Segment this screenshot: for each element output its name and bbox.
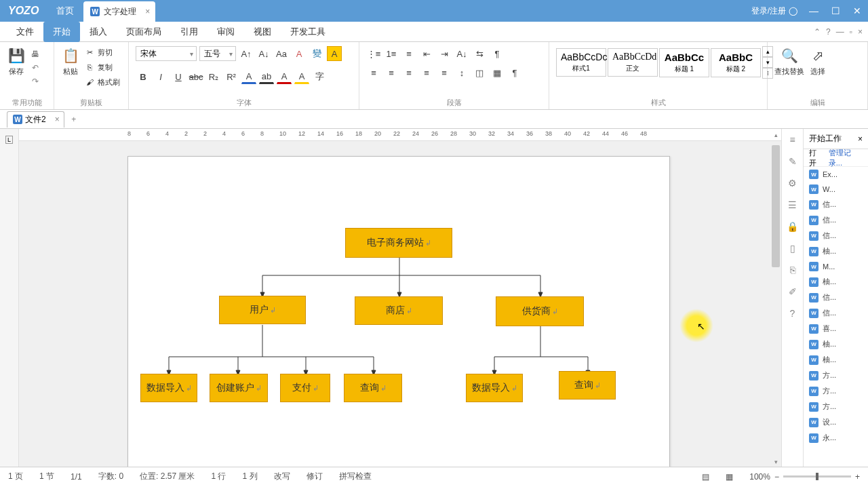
side-note-icon[interactable]: ✐ [789,286,797,297]
zoom-control[interactable]: 100% − + [749,472,860,482]
page-canvas[interactable]: 电子商务网站↲ 用户↲ 商店↲ 供货商↲ 数据导入↲ 创建账户↲ 支付↲ 查询↲… [127,156,670,467]
side-settings-icon[interactable]: ⚙ [788,178,797,189]
recent-file-item[interactable]: W信... [804,228,868,244]
font-name-select[interactable]: 宋体 [136,46,197,61]
change-case-icon[interactable]: Aa [274,46,289,61]
zoom-in-icon[interactable]: + [855,472,860,482]
font-fill-icon[interactable]: A [277,69,292,84]
recent-file-item[interactable]: W柚... [804,244,868,259]
close-icon[interactable]: × [145,7,150,16]
tab-icon[interactable]: ⇆ [472,46,487,61]
recent-file-item[interactable]: WEx... [804,167,868,182]
recent-file-item[interactable]: W信... [804,290,868,305]
highlight-icon[interactable]: A [327,46,342,61]
redo-icon[interactable]: ↷ [30,76,41,87]
italic-button[interactable]: I [153,69,168,84]
show-marks-icon[interactable]: ¶ [490,46,505,61]
tab-selector[interactable]: L [5,136,13,144]
borders-icon[interactable]: ▦ [490,65,505,80]
doc-tab[interactable]: W 文件2 × [7,111,64,128]
view-web-icon[interactable]: ▦ [726,472,733,482]
menu-file[interactable]: 文件 [7,22,43,42]
view-print-icon[interactable]: ▤ [702,472,709,482]
editor-area[interactable]: 8642246810121416182022242628303234363840… [19,129,781,467]
zoom-value[interactable]: 100% [749,472,770,482]
style-normal[interactable]: AaBbCcDd正文 [608,48,658,77]
horizontal-ruler[interactable]: 8642246810121416182022242628303234363840… [19,129,781,141]
chart-node[interactable]: 查询↲ [559,371,616,400]
side-edit-icon[interactable]: ✎ [789,156,797,167]
copy-button[interactable]: ⎘复制 [84,61,120,73]
menu-insert[interactable]: 插入 [80,22,117,42]
clear-format-icon[interactable]: A [292,46,307,61]
chart-node[interactable]: 数据导入↲ [466,374,523,402]
chart-node[interactable]: 查询↲ [344,374,402,402]
style-heading1[interactable]: AaBbCc标题 1 [659,48,709,77]
cut-button[interactable]: ✂剪切 [84,46,120,58]
zoom-slider[interactable] [783,475,851,478]
chart-node[interactable]: 商店↲ [355,296,443,325]
indent-inc-icon[interactable]: ⇥ [437,46,452,61]
recent-file-item[interactable]: WW... [804,182,868,197]
status-spellcheck[interactable]: 拼写检查 [339,471,372,482]
chart-node[interactable]: 数据导入↲ [140,374,197,402]
select-button[interactable]: ⬀ 选择 [808,46,827,77]
close-icon[interactable]: × [55,115,60,124]
vertical-scrollbar[interactable]: ▴ ▾ [770,142,781,467]
indent-dec-icon[interactable]: ⇤ [419,46,434,61]
recent-file-item[interactable]: W喜... [804,321,868,336]
recent-file-item[interactable]: W设... [804,414,868,430]
menu-layout[interactable]: 页面布局 [117,22,171,42]
style-gallery[interactable]: AaBbCcDc样式1 AaBbCcDd正文 AaBbCc标题 1 AaBbC标… [556,46,773,79]
menu-ref[interactable]: 引用 [171,22,208,42]
menu-dev[interactable]: 开发工具 [281,22,335,42]
strike-button[interactable]: abc [189,69,203,84]
status-section[interactable]: 1 节 [39,471,54,482]
recent-file-item[interactable]: WM... [804,259,868,274]
bullets-icon[interactable]: ⋮≡ [366,46,381,61]
recent-file-item[interactable]: W方... [804,368,868,383]
scroll-down-icon[interactable]: ▾ [770,459,781,465]
recent-file-item[interactable]: W信... [804,212,868,228]
side-copy-icon[interactable]: ⎘ [790,265,795,275]
scroll-thumb[interactable] [772,145,780,267]
save-button[interactable]: 💾 保存 [7,46,26,77]
side-menu-icon[interactable]: ≡ [789,134,795,145]
font-size-select[interactable]: 五号 [199,46,236,61]
undo-icon[interactable]: ↶ [30,62,41,73]
history-link[interactable]: 管理记录... [829,148,863,168]
new-tab-button[interactable]: + [67,115,81,124]
side-lock-icon[interactable]: 🔒 [787,221,798,232]
maximize-button[interactable]: ☐ [825,0,846,22]
justify-icon[interactable]: ≡ [419,65,434,80]
recent-file-item[interactable]: W永... [804,430,868,446]
chart-node[interactable]: 供货商↲ [496,296,584,326]
recent-file-item[interactable]: W柚... [804,274,868,290]
multilevel-icon[interactable]: ≡ [401,46,416,61]
side-nav-icon[interactable]: ☰ [788,199,797,210]
document-type-tab[interactable]: W 文字处理 × [83,1,155,22]
ribbon-close-icon[interactable]: × [858,27,863,37]
font-color-icon[interactable]: A [241,69,256,84]
line-spacing-icon[interactable]: ↕ [454,65,469,80]
help-icon[interactable]: ? [826,27,831,37]
paste-button[interactable]: 📋 粘贴 [61,46,80,77]
find-replace-button[interactable]: 🔍 查找替换 [774,46,804,77]
status-overwrite[interactable]: 改写 [274,471,290,482]
menu-view[interactable]: 视图 [244,22,281,42]
fill-icon[interactable]: ◫ [472,65,487,80]
align-right-icon[interactable]: ≡ [401,65,416,80]
home-tab[interactable]: 首页 [47,0,83,22]
sort-icon[interactable]: A↓ [454,46,469,61]
superscript-button[interactable]: R² [224,69,239,84]
bold-button[interactable]: B [136,69,151,84]
align-left-icon[interactable]: ≡ [366,65,381,80]
side-bookmark-icon[interactable]: ▯ [790,243,795,254]
collapse-ribbon-icon[interactable]: ⌃ [814,27,821,37]
menu-review[interactable]: 审阅 [208,22,244,42]
close-icon[interactable]: × [858,134,863,144]
recent-file-item[interactable]: W柚... [804,336,868,352]
distribute-icon[interactable]: ≡ [437,65,452,80]
enclose-icon[interactable]: 字 [312,69,327,84]
chart-node[interactable]: 用户↲ [219,296,306,324]
